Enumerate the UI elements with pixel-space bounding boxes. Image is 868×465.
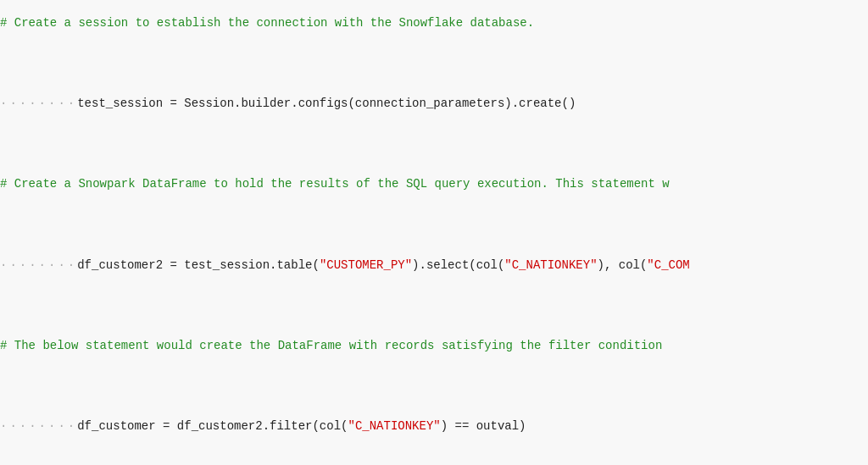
code-container: # Create a session to establish the conn…	[0, 0, 868, 465]
line-blank1	[0, 54, 868, 75]
code-text: df_customer = df_customer2.filter(col("C…	[77, 419, 526, 433]
comment-text: # Create a session to establish the conn…	[0, 16, 534, 30]
line-blank5	[0, 376, 868, 396]
line-comment1: # Create a session to establish the conn…	[0, 14, 868, 34]
line-code3: ········df_customer = df_customer2.filte…	[0, 417, 868, 437]
code-text: df_customer2 = test_session.table("CUSTO…	[77, 258, 690, 272]
string-value: "CUSTOMER_PY"	[320, 258, 412, 272]
indent-dots: ········	[0, 417, 77, 437]
string-value: "C_COM	[647, 258, 689, 272]
comment-text: # Create a Snowpark DataFrame to hold th…	[0, 177, 670, 191]
line-code1: ········test_session = Session.builder.c…	[0, 94, 868, 114]
line-blank4	[0, 296, 868, 316]
indent-dots: ········	[0, 94, 77, 114]
line-blank3	[0, 215, 868, 235]
line-comment3: # The below statement would create the D…	[0, 336, 868, 357]
line-blank6	[0, 457, 868, 465]
string-value: "C_NATIONKEY"	[348, 419, 440, 433]
line-code2: ········df_customer2 = test_session.tabl…	[0, 256, 868, 276]
code-editor: # Create a session to establish the conn…	[0, 14, 868, 465]
code-text: test_session = Session.builder.configs(c…	[77, 97, 576, 110]
comment-text: # The below statement would create the D…	[0, 339, 662, 352]
indent-dots: ········	[0, 256, 77, 276]
string-value: "C_NATIONKEY"	[504, 258, 597, 272]
line-blank2	[0, 135, 868, 155]
line-comment2: # Create a Snowpark DataFrame to hold th…	[0, 174, 868, 195]
